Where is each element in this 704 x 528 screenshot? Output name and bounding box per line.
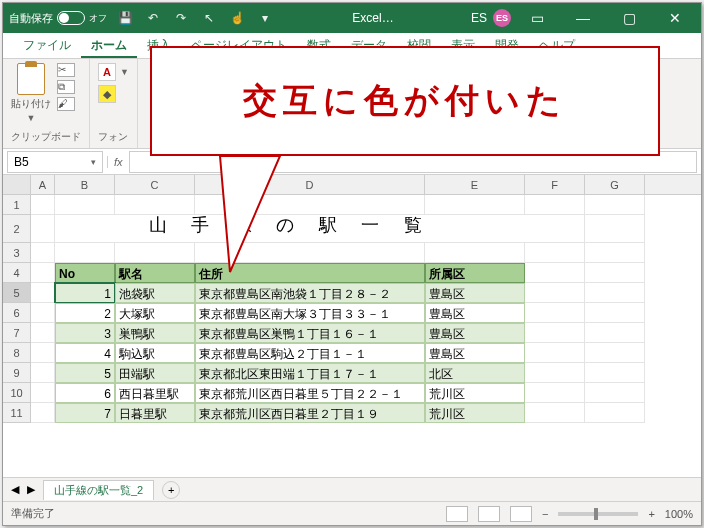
statusbar: 準備完了 − + 100% [3,501,701,525]
col-header-B[interactable]: B [55,175,115,194]
zoom-slider[interactable] [558,512,638,516]
undo-icon[interactable]: ↶ [143,8,163,28]
chevron-down-icon: ▾ [91,157,96,167]
table-cell[interactable]: 5 [55,363,115,383]
table-cell[interactable]: 大塚駅 [115,303,195,323]
col-header-C[interactable]: C [115,175,195,194]
row-header[interactable]: 7 [3,323,31,343]
table-cell[interactable]: 豊島区 [425,343,525,363]
view-pagelayout-icon[interactable] [478,506,500,522]
table-cell[interactable]: 7 [55,403,115,423]
column-headers: A B C D E F G [3,175,701,195]
tab-file[interactable]: ファイル [13,33,81,58]
format-painter-icon[interactable]: 🖌 [57,97,75,111]
close-button[interactable]: ✕ [655,3,695,33]
row-header[interactable]: 5 [3,283,31,303]
tab-home[interactable]: ホーム [81,33,137,58]
paste-button[interactable]: 貼り付け ▼ [11,63,51,123]
annotation-callout: 交互に色が付いた [150,46,660,156]
qat-more-icon[interactable]: ▾ [255,8,275,28]
col-header-A[interactable]: A [31,175,55,194]
th-no[interactable]: No [55,263,115,283]
table-cell[interactable]: 豊島区 [425,303,525,323]
font-group-label: フォン [98,128,129,144]
row-header[interactable]: 11 [3,403,31,423]
minimize-button[interactable]: — [563,3,603,33]
new-sheet-button[interactable]: + [162,481,180,499]
autosave-toggle[interactable]: 自動保存 オフ [9,11,107,26]
row-header[interactable]: 3 [3,243,31,263]
table-cell[interactable]: 池袋駅 [115,283,195,303]
table-cell[interactable]: 東京都豊島区巣鴨１丁目１６－１ [195,323,425,343]
table-cell[interactable]: 東京都豊島区南大塚３丁目３３－１ [195,303,425,323]
select-all-corner[interactable] [3,175,31,194]
table-cell[interactable]: 東京都豊島区南池袋１丁目２８－２ [195,283,425,303]
table-cell[interactable]: 2 [55,303,115,323]
row-header[interactable]: 9 [3,363,31,383]
table-cell[interactable]: 北区 [425,363,525,383]
table-cell[interactable]: 東京都荒川区西日暮里２丁目１９ [195,403,425,423]
redo-icon[interactable]: ↷ [171,8,191,28]
sheet-nav-prev-icon[interactable]: ◀ [11,483,19,496]
col-header-F[interactable]: F [525,175,585,194]
table-cell[interactable]: 豊島区 [425,283,525,303]
col-header-G[interactable]: G [585,175,645,194]
table-cell[interactable]: 3 [55,323,115,343]
callout-text: 交互に色が付いた [150,46,660,156]
table-cell[interactable]: 荒川区 [425,383,525,403]
row-header[interactable]: 8 [3,343,31,363]
zoom-value: 100% [665,508,693,520]
table-cell[interactable]: 荒川区 [425,403,525,423]
copy-icon[interactable]: ⧉ [57,80,75,94]
table-cell[interactable]: 駒込駅 [115,343,195,363]
sheet-title[interactable]: 山 手 線 の 駅 一 覧 [55,215,525,243]
table-cell[interactable]: 6 [55,383,115,403]
zoom-in-button[interactable]: + [648,508,654,520]
col-header-E[interactable]: E [425,175,525,194]
pointer-icon[interactable]: ↖ [199,8,219,28]
sheet-tab[interactable]: 山手線の駅一覧_2 [43,480,154,500]
table-cell[interactable]: 4 [55,343,115,363]
clipboard-icon [17,63,45,95]
user-avatar[interactable]: ES [493,9,511,27]
table-cell[interactable]: 巣鴨駅 [115,323,195,343]
autosave-state: オフ [89,12,107,25]
touch-icon[interactable]: ☝ [227,8,247,28]
fill-color-button[interactable]: ◆ [98,85,116,103]
table-cell[interactable]: 日暮里駅 [115,403,195,423]
ribbon-group-font: A ▼ ◆ フォン [90,59,138,148]
th-ward[interactable]: 所属区 [425,263,525,283]
svg-marker-0 [220,156,280,272]
grid[interactable]: A B C D E F G 1 2山 手 線 の 駅 一 覧 3 4 No 駅名… [3,175,701,477]
row-header[interactable]: 4 [3,263,31,283]
zoom-out-button[interactable]: − [542,508,548,520]
row-header[interactable]: 1 [3,195,31,215]
maximize-button[interactable]: ▢ [609,3,649,33]
save-icon[interactable]: 💾 [115,8,135,28]
fx-icon[interactable]: fx [107,156,129,168]
sheet-nav-next-icon[interactable]: ▶ [27,483,35,496]
row-header[interactable]: 6 [3,303,31,323]
row-header[interactable]: 2 [3,215,31,243]
table-cell[interactable]: 田端駅 [115,363,195,383]
table-cell[interactable]: 西日暮里駅 [115,383,195,403]
view-normal-icon[interactable] [446,506,468,522]
view-pagebreak-icon[interactable] [510,506,532,522]
font-color-button[interactable]: A [98,63,116,81]
chevron-down-icon[interactable]: ▼ [120,67,129,77]
status-ready: 準備完了 [11,506,55,521]
table-cell[interactable]: 東京都豊島区駒込２丁目１－１ [195,343,425,363]
table-cell[interactable]: 東京都荒川区西日暮里５丁目２２－１ [195,383,425,403]
row-header[interactable]: 10 [3,383,31,403]
cut-icon[interactable]: ✂ [57,63,75,77]
clipboard-group-label: クリップボード [11,128,81,144]
ribbon-options-icon[interactable]: ▭ [517,3,557,33]
table-cell[interactable]: 1 [55,283,115,303]
table-cell[interactable]: 東京都北区東田端１丁目１７－１ [195,363,425,383]
table-cell[interactable]: 豊島区 [425,323,525,343]
app-title: Excel… [275,11,471,25]
name-box[interactable]: B5 ▾ [7,151,103,173]
titlebar: 自動保存 オフ 💾 ↶ ↷ ↖ ☝ ▾ Excel… ES ES ▭ — ▢ ✕ [3,3,701,33]
th-name[interactable]: 駅名 [115,263,195,283]
autosave-label: 自動保存 [9,11,53,26]
